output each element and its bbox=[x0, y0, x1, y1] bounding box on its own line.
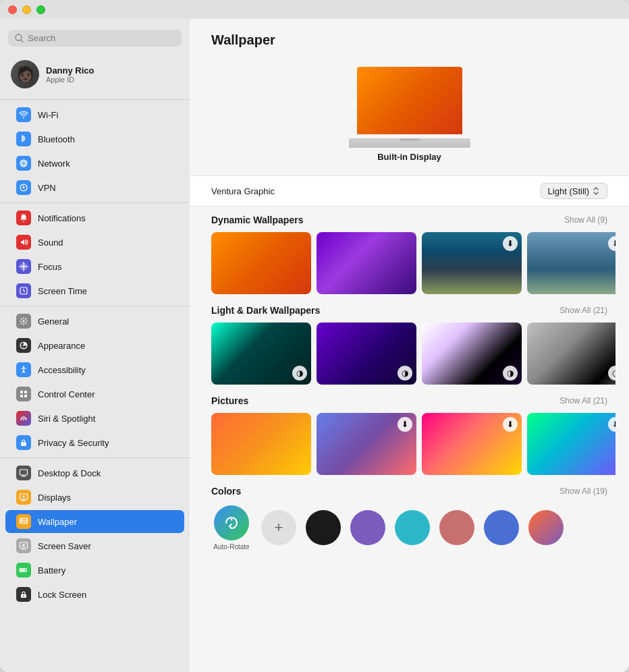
sidebar-item-controlcenter[interactable]: Control Center bbox=[5, 383, 184, 405]
colors-section-title: Colors bbox=[211, 486, 241, 497]
wallpaper-options-bar: Ventura Graphic Light (Still) bbox=[190, 175, 629, 206]
svg-point-26 bbox=[23, 496, 25, 498]
color-swatch-blue[interactable] bbox=[484, 510, 519, 545]
close-button[interactable] bbox=[8, 5, 17, 14]
dynamic-thumb-2[interactable] bbox=[317, 232, 416, 294]
sidebar-item-screensaver[interactable]: Screen Saver bbox=[5, 534, 184, 557]
lightdark-show-all[interactable]: Show All (21) bbox=[559, 306, 607, 315]
sidebar-item-displays[interactable]: Displays bbox=[5, 486, 184, 509]
maximize-button[interactable] bbox=[36, 5, 45, 14]
wallpaper-style-select[interactable]: Light (Still) bbox=[541, 183, 607, 199]
privacy-label: Privacy & Security bbox=[38, 438, 109, 448]
vpn-label: VPN bbox=[38, 183, 56, 193]
pictures-thumb-2[interactable]: ⬇ bbox=[317, 413, 416, 475]
notifications-label: Notifications bbox=[38, 213, 86, 223]
svg-rect-20 bbox=[20, 470, 28, 475]
color-swatch-rose[interactable] bbox=[439, 510, 474, 545]
theme-badge-2: ◑ bbox=[398, 366, 412, 381]
pictures-section-title: Pictures bbox=[211, 395, 248, 406]
minimize-button[interactable] bbox=[22, 5, 31, 14]
svg-line-1 bbox=[21, 40, 24, 43]
main-window: 🧑🏿 Danny Rico Apple ID bbox=[0, 0, 629, 672]
search-icon bbox=[15, 34, 24, 43]
vpn-icon bbox=[16, 180, 31, 195]
wallpaper-label: Wallpaper bbox=[38, 517, 77, 527]
content-area: 🧑🏿 Danny Rico Apple ID bbox=[0, 19, 629, 672]
main-content: Wallpaper Built-in Display Ventura Graph… bbox=[190, 19, 629, 672]
search-bar[interactable] bbox=[8, 30, 182, 47]
sidebar-item-appearance[interactable]: Appearance bbox=[5, 334, 184, 357]
page-title: Wallpaper bbox=[190, 19, 629, 56]
sidebar-item-lockscreen[interactable]: Lock Screen bbox=[5, 583, 184, 606]
wifi-icon bbox=[16, 107, 31, 122]
lightdark-thumb-3[interactable]: ◑ bbox=[422, 323, 522, 385]
dynamic-section-header: Dynamic Wallpapers Show All (9) bbox=[203, 215, 616, 225]
svg-rect-14 bbox=[20, 391, 23, 393]
wallpaper-style-label: Light (Still) bbox=[548, 186, 589, 196]
lockscreen-icon bbox=[16, 587, 31, 602]
focus-label: Focus bbox=[38, 262, 61, 272]
accessibility-icon bbox=[16, 362, 31, 377]
dynamic-thumb-3[interactable]: ⬇ bbox=[422, 232, 522, 294]
pictures-show-all[interactable]: Show All (21) bbox=[559, 396, 607, 405]
user-profile[interactable]: 🧑🏿 Danny Rico Apple ID bbox=[0, 55, 190, 96]
dynamic-thumb-1[interactable] bbox=[211, 232, 311, 294]
sidebar-item-screentime[interactable]: Screen Time bbox=[5, 279, 184, 302]
download-badge-p3: ⬇ bbox=[503, 417, 518, 432]
accessibility-label: Accessibility bbox=[38, 365, 86, 375]
theme-badge-1: ◑ bbox=[292, 366, 307, 381]
displays-label: Displays bbox=[38, 493, 71, 503]
sidebar-item-focus[interactable]: Focus bbox=[5, 255, 184, 278]
sidebar-divider-2 bbox=[0, 202, 190, 203]
color-swatch-more[interactable] bbox=[528, 510, 564, 545]
chevron-up-down-icon bbox=[592, 186, 600, 196]
dynamic-show-all[interactable]: Show All (9) bbox=[564, 215, 607, 225]
user-subtitle: Apple ID bbox=[46, 76, 94, 84]
lightdark-thumb-2[interactable]: ◑ bbox=[317, 323, 416, 385]
lightdark-section-title: Light & Dark Wallpapers bbox=[211, 305, 320, 316]
sidebar-item-wifi[interactable]: Wi-Fi bbox=[5, 103, 184, 126]
sidebar-item-wallpaper[interactable]: Wallpaper bbox=[5, 510, 184, 533]
desktop-label: Desktop & Dock bbox=[38, 468, 101, 478]
sidebar: 🧑🏿 Danny Rico Apple ID bbox=[0, 19, 190, 672]
add-color-button[interactable]: + bbox=[261, 510, 296, 545]
sidebar-item-sound[interactable]: Sound bbox=[5, 231, 184, 254]
display-preview: Built-in Display bbox=[190, 56, 629, 175]
privacy-icon bbox=[16, 435, 31, 450]
sidebar-item-battery[interactable]: Battery bbox=[5, 559, 184, 582]
svg-point-9 bbox=[22, 265, 25, 268]
colors-show-all[interactable]: Show All (19) bbox=[559, 486, 607, 496]
lockscreen-label: Lock Screen bbox=[38, 590, 86, 600]
color-swatch-purple[interactable] bbox=[350, 510, 385, 545]
pictures-section-header: Pictures Show All (21) bbox=[203, 395, 616, 406]
sidebar-item-network[interactable]: Network bbox=[5, 152, 184, 175]
user-name: Danny Rico bbox=[46, 65, 94, 76]
lightdark-thumb-1[interactable]: ◑ bbox=[211, 323, 311, 385]
sidebar-item-privacy[interactable]: Privacy & Security bbox=[5, 431, 184, 454]
sidebar-item-general[interactable]: General bbox=[5, 310, 184, 333]
svg-rect-33 bbox=[20, 569, 25, 571]
pictures-thumb-3[interactable]: ⬇ bbox=[422, 413, 522, 475]
lightdark-thumb-4[interactable]: ◑ bbox=[527, 323, 616, 385]
appearance-icon bbox=[16, 338, 31, 353]
wallpaper-icon bbox=[16, 514, 31, 529]
sidebar-divider bbox=[0, 99, 190, 100]
bluetooth-label: Bluetooth bbox=[38, 134, 75, 144]
sidebar-item-vpn[interactable]: VPN bbox=[5, 176, 184, 199]
search-input[interactable] bbox=[28, 33, 175, 43]
dynamic-thumb-4[interactable]: ⬇ bbox=[527, 232, 616, 294]
color-swatch-black[interactable] bbox=[306, 510, 341, 545]
sidebar-item-bluetooth[interactable]: Bluetooth bbox=[5, 128, 184, 150]
svg-point-18 bbox=[23, 419, 24, 420]
auto-rotate-swatch[interactable]: Auto-Rotate bbox=[211, 503, 252, 552]
sidebar-item-siri[interactable]: Siri & Spotlight bbox=[5, 407, 184, 430]
pictures-thumb-4[interactable]: ⬇ bbox=[527, 413, 616, 475]
desktop-icon bbox=[16, 466, 31, 480]
sidebar-item-desktop[interactable]: Desktop & Dock bbox=[5, 461, 184, 484]
pictures-section: Pictures Show All (21) ⬇ ⬇ ⬇ ⬇ bbox=[190, 395, 629, 486]
color-swatch-cyan[interactable] bbox=[395, 510, 430, 545]
sidebar-item-notifications[interactable]: Notifications bbox=[5, 206, 184, 229]
sidebar-item-accessibility[interactable]: Accessibility bbox=[5, 358, 184, 381]
avatar-image: 🧑🏿 bbox=[11, 60, 39, 88]
pictures-thumb-1[interactable] bbox=[211, 413, 311, 475]
